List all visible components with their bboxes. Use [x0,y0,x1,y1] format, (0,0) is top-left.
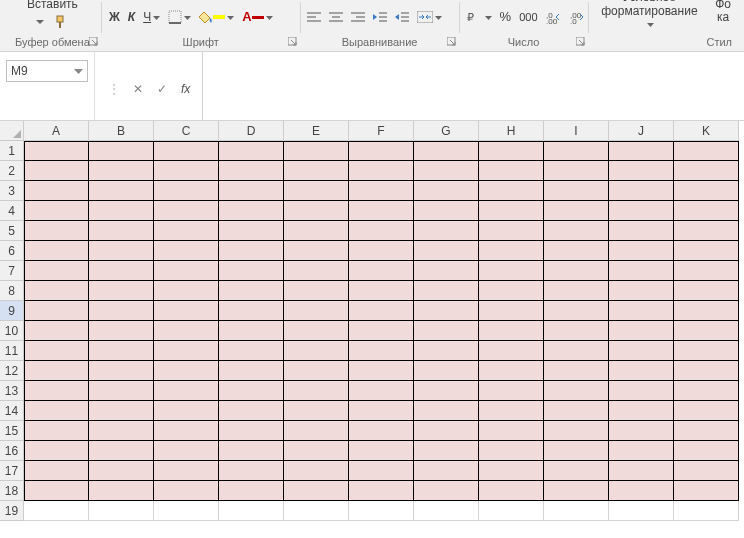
cell[interactable] [154,401,219,421]
cell[interactable] [219,461,284,481]
row-header[interactable]: 15 [0,421,24,441]
cell[interactable] [414,241,479,261]
cell[interactable] [284,461,349,481]
cell[interactable] [544,501,609,521]
cell[interactable] [544,361,609,381]
cell[interactable] [414,321,479,341]
cell[interactable] [89,201,154,221]
cell[interactable] [479,321,544,341]
cell[interactable] [544,341,609,361]
cell[interactable] [544,421,609,441]
column-header[interactable]: J [609,121,674,141]
cell[interactable] [674,161,739,181]
cell[interactable] [674,241,739,261]
cell[interactable] [89,161,154,181]
cell[interactable] [349,441,414,461]
cell[interactable] [284,201,349,221]
cell[interactable] [609,281,674,301]
cell[interactable] [284,341,349,361]
cell[interactable] [414,341,479,361]
cell[interactable] [154,181,219,201]
column-header[interactable]: B [89,121,154,141]
cell[interactable] [544,441,609,461]
border-button[interactable] [165,8,194,26]
accounting-format-icon[interactable]: ₽ [464,8,495,26]
cell[interactable] [674,481,739,501]
cell[interactable] [479,341,544,361]
cell[interactable] [219,381,284,401]
cell[interactable] [89,421,154,441]
clipboard-launcher-icon[interactable] [89,37,99,47]
cell[interactable] [284,261,349,281]
cell[interactable] [284,161,349,181]
cell[interactable] [414,221,479,241]
cell[interactable] [674,421,739,441]
cell[interactable] [219,441,284,461]
cell[interactable] [544,221,609,241]
decrease-decimal-icon[interactable]: ,00,0 [567,8,589,26]
cell[interactable] [479,441,544,461]
row-header[interactable]: 3 [0,181,24,201]
underline-button[interactable]: Ч [140,8,163,26]
cell[interactable] [609,201,674,221]
row-header[interactable]: 14 [0,401,24,421]
cell[interactable] [609,141,674,161]
cell[interactable] [674,501,739,521]
cell[interactable] [349,301,414,321]
cell[interactable] [544,201,609,221]
cell[interactable] [154,261,219,281]
row-header[interactable]: 1 [0,141,24,161]
cell[interactable] [89,401,154,421]
cell[interactable] [89,221,154,241]
cell[interactable] [674,261,739,281]
cell[interactable] [479,501,544,521]
column-header[interactable]: F [349,121,414,141]
column-header[interactable]: H [479,121,544,141]
row-header[interactable]: 8 [0,281,24,301]
increase-decimal-icon[interactable]: ,0,00 [543,8,565,26]
cell[interactable] [219,301,284,321]
column-header[interactable]: C [154,121,219,141]
cell[interactable] [479,141,544,161]
cell[interactable] [544,241,609,261]
cell[interactable] [544,381,609,401]
cell[interactable] [24,321,89,341]
cell[interactable] [349,481,414,501]
italic-button[interactable]: К [125,8,138,26]
cell[interactable] [674,141,739,161]
cell[interactable] [544,461,609,481]
format-painter-icon[interactable] [51,13,71,31]
cell[interactable] [24,261,89,281]
cell[interactable] [609,221,674,241]
cell[interactable] [609,441,674,461]
cell[interactable] [154,281,219,301]
cell[interactable] [24,181,89,201]
format-as-table-button[interactable]: Фо ка [712,0,734,26]
cell[interactable] [154,441,219,461]
cell[interactable] [674,221,739,241]
cell[interactable] [154,481,219,501]
cell[interactable] [674,441,739,461]
paste-button[interactable]: Вставить [27,0,78,11]
cell[interactable] [284,421,349,441]
name-box[interactable]: M9 [6,60,88,82]
cell[interactable] [24,381,89,401]
number-launcher-icon[interactable] [576,37,586,47]
bold-button[interactable]: Ж [106,8,123,26]
font-launcher-icon[interactable] [288,37,298,47]
cell[interactable] [479,201,544,221]
cell[interactable] [284,301,349,321]
cell[interactable] [89,181,154,201]
cell[interactable] [89,461,154,481]
cell[interactable] [349,201,414,221]
cell[interactable] [219,181,284,201]
decrease-indent-icon[interactable] [370,9,390,25]
cell[interactable] [544,481,609,501]
cell[interactable] [414,401,479,421]
cell[interactable] [609,161,674,181]
row-header[interactable]: 13 [0,381,24,401]
cell[interactable] [24,501,89,521]
cell[interactable] [414,181,479,201]
cell[interactable] [24,241,89,261]
cell[interactable] [284,181,349,201]
